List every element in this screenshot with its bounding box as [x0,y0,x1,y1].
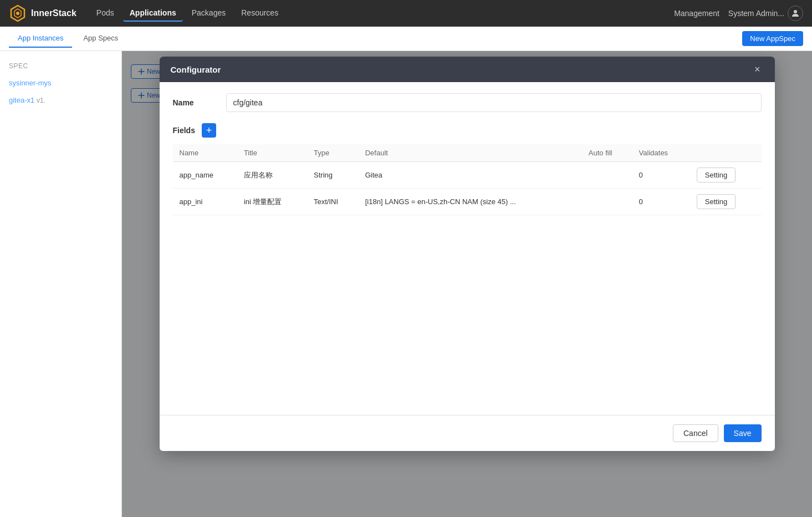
modal-footer: Cancel Save [160,415,775,451]
field-autofill-1 [582,162,632,189]
brand[interactable]: InnerStack [9,4,76,22]
field-action-2: Setting [690,189,762,215]
navbar-right: Management System Admin... [674,6,803,21]
modal-title: Configurator [171,65,221,74]
save-button[interactable]: Save [724,424,762,442]
field-action-1: Setting [690,162,762,189]
th-autofill: Auto fill [582,144,632,162]
sidebar-section-label: Spec [0,58,121,74]
fields-table: Name Title Type Default Auto fill Valida… [173,144,762,215]
th-validates: Validates [632,144,690,162]
modal-overlay: Configurator × Name Fields + [122,51,812,517]
sidebar-item-gitea[interactable]: gitea-x1 v1. [0,92,121,109]
th-actions [690,144,762,162]
field-name-1: app_name [173,162,237,189]
nav-packages[interactable]: Packages [185,5,232,22]
table-row: app_ini ini 增量配置 Text/INI [i18n] LANGS =… [173,189,762,215]
sub-header: App Instances App Specs New AppSpec [0,27,812,51]
field-type-1: String [307,162,359,189]
add-field-button[interactable]: + [202,123,216,138]
name-input[interactable] [226,93,762,112]
management-link[interactable]: Management [674,9,719,18]
modal-header: Configurator × [160,57,775,82]
nav-links: Pods Applications Packages Resources [90,5,670,22]
th-default: Default [359,144,582,162]
field-autofill-2 [582,189,632,215]
nav-applications[interactable]: Applications [123,5,183,22]
field-type-2: Text/INI [307,189,359,215]
nav-pods[interactable]: Pods [90,5,121,22]
sidebar-item-gitea-name: gitea-x1 [9,96,34,104]
svg-point-2 [16,12,19,15]
fields-table-header-row: Name Title Type Default Auto fill Valida… [173,144,762,162]
brand-name: InnerStack [31,8,76,18]
fields-label: Fields [173,126,195,135]
field-title-1: 应用名称 [237,162,307,189]
setting-button-2[interactable]: Setting [697,194,736,209]
field-default-1: Gitea [359,162,582,189]
new-appspec-button[interactable]: New AppSpec [742,31,803,46]
nav-resources[interactable]: Resources [234,5,285,22]
sidebar-item-gitea-meta: v1. [37,97,45,104]
th-type: Type [307,144,359,162]
field-validates-1: 0 [632,162,690,189]
sidebar: Spec sysinner-mys gitea-x1 v1. [0,51,122,517]
configurator-modal: Configurator × Name Fields + [160,57,775,451]
field-validates-2: 0 [632,189,690,215]
sidebar-item-sysinner-name: sysinner-mys [9,79,52,87]
modal-close-button[interactable]: × [751,63,764,75]
user-avatar[interactable] [788,6,803,21]
th-title: Title [237,144,307,162]
fields-header: Fields + [173,123,762,138]
field-name-2: app_ini [173,189,237,215]
name-row: Name [173,93,762,112]
main-content: Spec sysinner-mys gitea-x1 v1. New Insta… [0,51,812,517]
table-row: app_name 应用名称 String Gitea 0 Setting [173,162,762,189]
sidebar-item-sysinner[interactable]: sysinner-mys [0,74,121,92]
tab-app-instances[interactable]: App Instances [9,29,72,48]
content-area: New Instance New Instance Configurator × [122,51,812,517]
name-label: Name [173,98,217,107]
user-menu[interactable]: System Admin... [728,6,803,21]
cancel-button[interactable]: Cancel [673,424,718,442]
user-label: System Admin... [728,9,784,18]
navbar: InnerStack Pods Applications Packages Re… [0,0,812,27]
field-title-2: ini 增量配置 [237,189,307,215]
setting-button-1[interactable]: Setting [697,168,736,183]
modal-body: Name Fields + Name Title [160,82,775,415]
field-default-2: [i18n] LANGS = en-US,zh-CN NAM (size 45)… [359,189,582,215]
brand-logo [9,4,27,22]
fields-table-head: Name Title Type Default Auto fill Valida… [173,144,762,162]
tab-app-specs[interactable]: App Specs [74,29,127,48]
fields-table-body: app_name 应用名称 String Gitea 0 Setting [173,162,762,215]
th-name: Name [173,144,237,162]
